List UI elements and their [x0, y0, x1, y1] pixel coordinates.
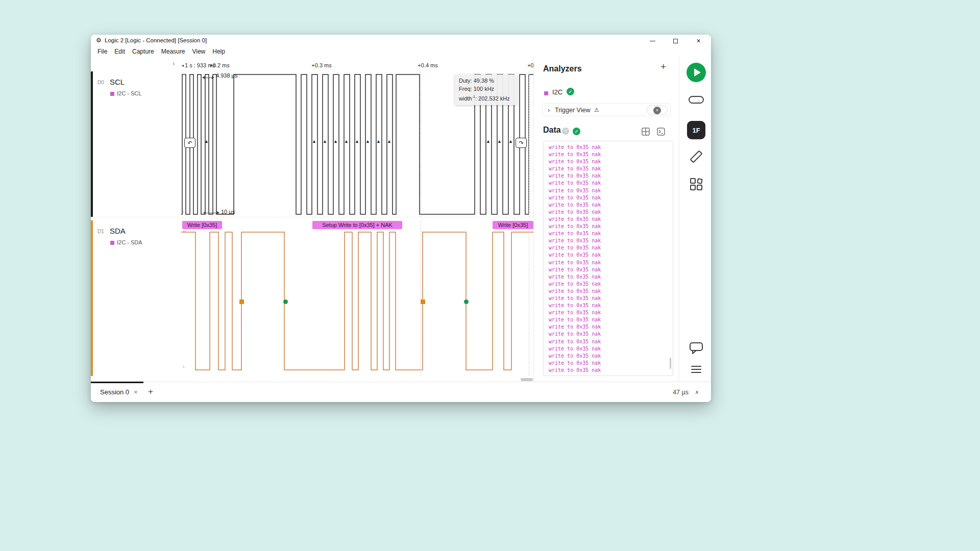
- timeline-ruler[interactable]: ‹ ◂ 1 s : 933 ms +0.2 ms+0.3 ms+0.4 ms+0…: [91, 56, 533, 71]
- titlebar[interactable]: ⚙ Logic 2 [Logic - Connected] [Session 0…: [91, 35, 711, 47]
- frame-start-marker[interactable]: [464, 299, 469, 304]
- terminal-view-button[interactable]: [656, 127, 666, 136]
- capture-mode-button[interactable]: 1F: [687, 121, 705, 139]
- data-row[interactable]: write to 0x35 nak: [549, 194, 673, 202]
- data-row[interactable]: write to 0x35 nak: [549, 165, 673, 172]
- main-menu-button[interactable]: [691, 366, 701, 375]
- clock-bit-arrow-icon: ▲: [508, 139, 513, 144]
- analyzer-label-scl[interactable]: I2C - SCL: [117, 90, 141, 96]
- period-measurement: 10 µs: [221, 209, 235, 215]
- pulse-width-measure-arrow: [203, 78, 214, 78]
- data-row[interactable]: write to 0x35 nak: [549, 338, 673, 345]
- data-row[interactable]: write to 0x35 nak: [549, 172, 673, 180]
- minimize-button[interactable]: [641, 35, 664, 47]
- data-check-icon: ✓: [573, 128, 580, 135]
- data-row[interactable]: write to 0x35 nak: [549, 252, 673, 259]
- data-row[interactable]: write to 0x35 nak: [549, 151, 673, 158]
- decode-annotation-bubble[interactable]: Write [0x35]: [182, 221, 222, 229]
- feedback-button[interactable]: [689, 340, 704, 356]
- data-row[interactable]: write to 0x35 nak: [549, 180, 673, 187]
- pulse-width-measurement: 4.938 µs: [216, 72, 237, 79]
- data-row[interactable]: write to 0x35 nak: [549, 223, 673, 230]
- data-row[interactable]: write to 0x35 nak: [549, 316, 673, 323]
- data-row[interactable]: write to 0x35 nak: [549, 216, 673, 223]
- window-size-readout[interactable]: 47 µs: [673, 389, 689, 396]
- session-tab[interactable]: Session 0: [100, 388, 129, 396]
- trigger-view-toggle[interactable]: ×: [647, 105, 668, 115]
- clock-bit-arrow-icon: ▲: [376, 139, 381, 144]
- analyzer-label-sda[interactable]: I2C - SDA: [117, 239, 142, 245]
- trigger-view-row[interactable]: › Trigger View ⚠ ×: [542, 103, 671, 116]
- data-row[interactable]: write to 0x35 nak: [549, 295, 673, 302]
- clock-bit-arrow-icon: ▲: [323, 139, 327, 144]
- data-row[interactable]: write to 0x35 nak: [549, 281, 673, 288]
- menu-item-measure[interactable]: Measure: [158, 48, 189, 55]
- clock-bit-arrow-icon: ▲: [497, 139, 502, 144]
- start-capture-button[interactable]: [687, 63, 706, 82]
- rail-high-label: H: [183, 229, 186, 234]
- help-icon[interactable]: ?: [562, 128, 569, 135]
- data-row[interactable]: write to 0x35 nak: [549, 360, 673, 367]
- data-row[interactable]: write to 0x35 nak: [549, 230, 673, 237]
- list-scrollbar[interactable]: [670, 358, 671, 369]
- measurement-tooltip: Duty: 49.38 % Freq: 100 kHz width-1: 202…: [455, 74, 517, 105]
- clock-bit-arrow-icon: ▲: [312, 139, 316, 144]
- data-row[interactable]: write to 0x35 nak: [549, 259, 673, 266]
- data-row[interactable]: write to 0x35 nak: [549, 309, 673, 316]
- time-cursor-line: [529, 71, 529, 217]
- horizontal-scrollbar[interactable]: [521, 378, 533, 381]
- data-row[interactable]: write to 0x35 nak: [549, 331, 673, 338]
- extensions-button[interactable]: [689, 177, 704, 192]
- app-window: ⚙ Logic 2 [Logic - Connected] [Session 0…: [91, 35, 711, 402]
- data-row[interactable]: write to 0x35 nak: [549, 144, 673, 151]
- decode-annotation-bubble[interactable]: Setup Write to [0x35] + NAK: [312, 221, 402, 229]
- analyzer-bullet-icon: [110, 92, 114, 96]
- frame-stop-marker[interactable]: [239, 299, 244, 304]
- device-icon[interactable]: [689, 96, 704, 104]
- decode-annotation-bubble[interactable]: Write [0x35]: [493, 221, 533, 229]
- data-row[interactable]: write to 0x35 nak: [549, 302, 673, 309]
- session-close-button[interactable]: ×: [134, 388, 138, 396]
- menu-item-view[interactable]: View: [188, 48, 209, 55]
- timeline-back-chevron[interactable]: ‹: [173, 59, 175, 67]
- menu-item-help[interactable]: Help: [209, 48, 229, 55]
- sda-trace[interactable]: [181, 220, 533, 376]
- data-row[interactable]: write to 0x35 nak: [549, 202, 673, 209]
- data-row[interactable]: write to 0x35 nak: [549, 244, 673, 252]
- chevron-up-icon[interactable]: ∧: [695, 389, 699, 395]
- data-row[interactable]: write to 0x35 nak: [549, 158, 673, 165]
- data-result-list[interactable]: write to 0x35 nakwrite to 0x35 nakwrite …: [543, 141, 673, 376]
- minimize-icon: [650, 41, 655, 41]
- frame-start-marker[interactable]: [283, 299, 288, 304]
- add-analyzer-button[interactable]: +: [660, 61, 666, 72]
- data-row[interactable]: write to 0x35 nak: [549, 353, 673, 360]
- waveform-sda[interactable]: H L Write [0x35]Setup Write to [0x35] + …: [181, 220, 533, 376]
- data-row[interactable]: write to 0x35 nak: [549, 187, 673, 194]
- maximize-button[interactable]: [664, 35, 687, 47]
- data-row[interactable]: write to 0x35 nak: [549, 288, 673, 295]
- frame-stop-marker[interactable]: [421, 299, 425, 304]
- new-session-button[interactable]: +: [148, 387, 153, 397]
- menu-item-capture[interactable]: Capture: [129, 48, 158, 55]
- channel-row-sda: D1 SDA I2C - SDA H L Write [0x35]Setup W…: [91, 220, 533, 376]
- waveform-scl[interactable]: H L 4.938 µs 10 µs Duty: 49.38 % Freq: 1…: [181, 71, 533, 217]
- data-row[interactable]: write to 0x35 nak: [549, 209, 673, 216]
- terminal-icon: [656, 127, 666, 136]
- rail-high-label: H: [183, 72, 186, 77]
- data-row[interactable]: write to 0x35 nak: [549, 237, 673, 244]
- analyzer-item-i2c[interactable]: I2C: [552, 88, 562, 96]
- timeline-origin-marker-icon: ◂: [182, 63, 184, 68]
- menu-item-edit[interactable]: Edit: [111, 48, 129, 55]
- waveform-section: ‹ ◂ 1 s : 933 ms +0.2 ms+0.3 ms+0.4 ms+0…: [91, 56, 533, 382]
- table-view-button[interactable]: [641, 127, 650, 136]
- data-row[interactable]: write to 0x35 nak: [549, 345, 673, 353]
- measure-tool-button[interactable]: [689, 149, 704, 164]
- menu-item-file[interactable]: File: [94, 48, 111, 55]
- data-row[interactable]: write to 0x35 nak: [549, 367, 673, 374]
- data-row[interactable]: write to 0x35 nak: [549, 323, 673, 331]
- data-row[interactable]: write to 0x35 nak: [549, 266, 673, 273]
- data-row[interactable]: write to 0x35 nak: [549, 273, 673, 281]
- channel-label-sda[interactable]: D1 SDA I2C - SDA: [91, 220, 181, 376]
- channel-label-scl[interactable]: D0 SCL I2C - SCL: [91, 71, 181, 217]
- close-button[interactable]: ×: [687, 35, 710, 47]
